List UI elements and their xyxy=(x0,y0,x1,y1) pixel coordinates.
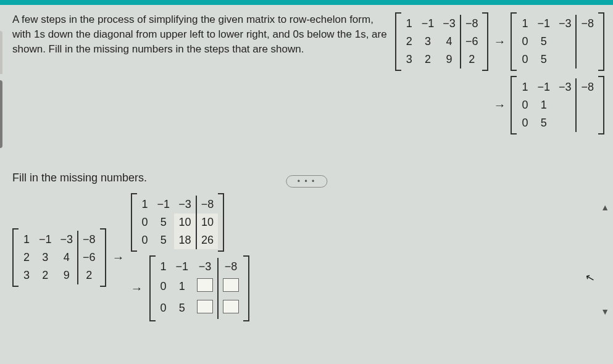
scroll-up-icon[interactable]: ▲ xyxy=(601,202,609,212)
given-steps: 1−1−3−8 234−6 3292 → 1−1−3−8 05 05 → xyxy=(395,12,604,134)
matrix-top-1: 1−1−3−8 234−6 3292 xyxy=(395,12,489,71)
blank-input[interactable] xyxy=(197,300,213,313)
arrow-icon: → xyxy=(131,281,143,296)
answer-cell[interactable]: 26 xyxy=(196,231,219,249)
arrow-icon: → xyxy=(493,98,506,112)
blank-input[interactable] xyxy=(223,300,239,313)
problem-instruction: A few steps in the process of simplifyin… xyxy=(12,12,389,134)
matrix-bottom-3: 1−1−3−8 01 05 xyxy=(149,255,250,321)
blank-input[interactable] xyxy=(223,278,239,292)
answer-cell[interactable]: 10 xyxy=(196,213,219,231)
matrix-top-3: 1−1−3−8 01 05 xyxy=(511,76,604,134)
matrix-bottom-1: 1−1−3−8 234−6 3292 xyxy=(12,228,106,287)
matrix-bottom-2: 1−1−3−8 051010 051826 xyxy=(131,193,225,252)
answer-cell[interactable]: 18 xyxy=(174,231,196,249)
ellipsis-button[interactable]: • • • xyxy=(286,175,327,188)
scroll-down-icon[interactable]: ▼ xyxy=(601,307,609,316)
blank-input[interactable] xyxy=(197,278,213,292)
matrix-top-2: 1−1−3−8 05 05 xyxy=(511,12,604,71)
arrow-icon: → xyxy=(493,35,506,49)
arrow-icon: → xyxy=(112,250,125,265)
answer-cell[interactable]: 10 xyxy=(174,213,196,231)
